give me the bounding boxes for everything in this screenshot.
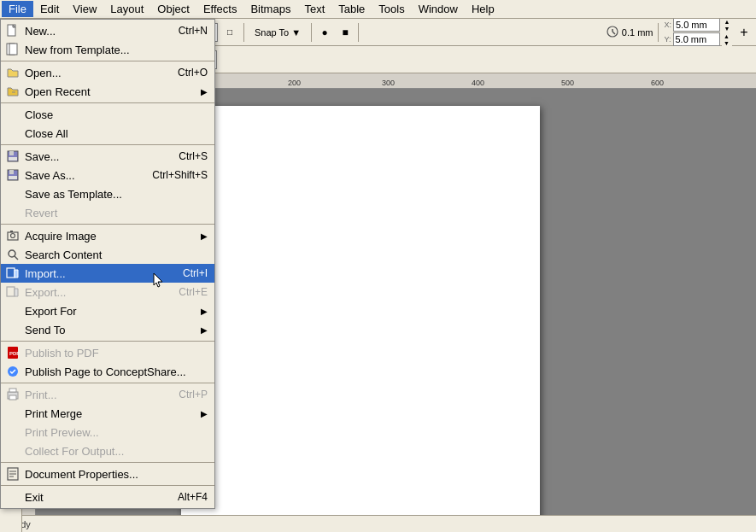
svg-rect-59 [7, 268, 15, 278]
svg-marker-62 [15, 289, 18, 296]
menu-item-save-as[interactable]: Save As... Ctrl+Shift+S [1, 166, 214, 184]
menu-text[interactable]: Text [297, 1, 331, 17]
offset-x-down[interactable]: ▼ [722, 25, 732, 32]
menu-item-revert: Revert [1, 203, 214, 222]
close-all-icon [4, 125, 21, 142]
separator-6 [358, 23, 359, 42]
menu-item-import[interactable]: Import... Ctrl+I [1, 264, 214, 283]
menu-item-open[interactable]: Open... Ctrl+O [1, 63, 214, 82]
menu-item-print-preview: Print Preview... [1, 423, 214, 441]
export-for-arrow: ▶ [201, 307, 208, 316]
menu-item-search-content[interactable]: Search Content [1, 245, 214, 264]
close-icon [4, 106, 21, 123]
sep-8 [1, 485, 214, 486]
menu-tools[interactable]: Tools [372, 1, 411, 17]
file-menu-dropdown: New... Ctrl+N New from Template... Open.… [0, 19, 215, 509]
menu-item-acquire[interactable]: Acquire Image ▶ [1, 226, 214, 245]
send-to-icon [4, 321, 21, 338]
exit-icon [4, 488, 21, 506]
menu-item-publish-pdf: PDF Publish to PDF [1, 343, 214, 362]
import-menu-icon [4, 265, 21, 282]
page-canvas [181, 106, 540, 515]
svg-point-57 [9, 250, 15, 257]
view-toggle-2[interactable]: ■ [336, 22, 355, 43]
sep-6 [1, 383, 214, 383]
menu-item-open-recent[interactable]: Open Recent ▶ [1, 82, 214, 101]
collect-output-icon [4, 442, 21, 459]
menu-item-doc-props[interactable]: Document Properties... [1, 465, 214, 483]
menu-item-send-to[interactable]: Send To ▶ [1, 320, 214, 339]
open-recent-arrow: ▶ [201, 87, 208, 96]
save-template-icon [4, 185, 21, 202]
offset-y-input[interactable] [673, 32, 720, 46]
sep-4 [1, 224, 214, 225]
menu-layout[interactable]: Layout [103, 1, 150, 17]
open-icon [4, 64, 21, 81]
sep-5 [1, 341, 214, 342]
separator-5 [311, 23, 312, 42]
status-bar: Ready [0, 515, 756, 532]
offset-y-up[interactable]: ▲ [722, 32, 732, 39]
export-for-icon [4, 302, 21, 319]
menu-item-publish-concept[interactable]: Publish Page to ConceptShare... [1, 362, 214, 381]
menu-item-export: Export... Ctrl+E [1, 283, 214, 301]
svg-point-55 [11, 234, 15, 238]
doc-props-icon [4, 465, 21, 482]
menu-item-save-template[interactable]: Save as Template... [1, 184, 214, 203]
svg-rect-46 [9, 44, 17, 55]
menu-item-save[interactable]: Save... Ctrl+S [1, 147, 214, 166]
menu-item-print-merge[interactable]: Print Merge ▶ [1, 404, 214, 423]
print-menu-icon [4, 386, 21, 403]
open-recent-icon [4, 83, 21, 100]
new-template-icon [4, 41, 21, 58]
send-to-arrow: ▶ [201, 325, 208, 335]
svg-line-7 [612, 32, 615, 34]
acquire-icon [4, 227, 21, 244]
svg-rect-53 [9, 176, 17, 179]
svg-line-58 [15, 256, 18, 260]
svg-rect-67 [9, 389, 16, 392]
svg-rect-49 [9, 151, 14, 155]
sep-3 [1, 144, 214, 145]
menu-item-new-template[interactable]: New from Template... [1, 40, 214, 59]
menu-help[interactable]: Help [465, 1, 501, 17]
export-menu-icon [4, 284, 21, 301]
svg-marker-60 [15, 270, 18, 278]
nudge-value: 0.1 mm [622, 27, 653, 38]
menu-item-collect-output: Collect For Output... [1, 441, 214, 460]
menu-object[interactable]: Object [150, 1, 196, 17]
offset-x-input[interactable] [673, 18, 720, 32]
publish-concept-icon [4, 363, 21, 380]
svg-rect-68 [9, 395, 16, 400]
view-toggle-1[interactable]: ● [315, 22, 334, 43]
offset-x-up[interactable]: ▲ [722, 18, 732, 25]
print-merge-icon [4, 405, 21, 422]
menu-effects[interactable]: Effects [196, 1, 244, 17]
add-btn[interactable]: + [735, 22, 753, 43]
save-as-icon [4, 167, 21, 184]
menu-table[interactable]: Table [331, 1, 372, 17]
menu-bitmaps[interactable]: Bitmaps [243, 1, 297, 17]
svg-rect-61 [7, 287, 15, 296]
menu-view[interactable]: View [66, 1, 103, 17]
menu-item-new[interactable]: New... Ctrl+N [1, 21, 214, 40]
menu-item-close[interactable]: Close [1, 105, 214, 124]
zoom-fit-icon[interactable]: □ [220, 22, 240, 43]
svg-rect-50 [9, 157, 17, 161]
menu-file[interactable]: File [2, 1, 33, 17]
save-icon [4, 148, 21, 165]
file-dropdown-menu: New... Ctrl+N New from Template... Open.… [0, 19, 215, 509]
menu-edit[interactable]: Edit [33, 1, 66, 17]
sep-1 [1, 61, 214, 61]
snap-to-btn[interactable]: Snap To ▼ [248, 22, 308, 43]
sep-7 [1, 462, 214, 463]
menu-item-export-for[interactable]: Export For ▶ [1, 301, 214, 320]
sep-2 [1, 102, 214, 103]
menu-item-print: Print... Ctrl+P [1, 385, 214, 404]
menu-item-exit[interactable]: Exit Alt+F4 [1, 488, 214, 506]
svg-text:PDF: PDF [9, 351, 20, 356]
menu-window[interactable]: Window [412, 1, 465, 17]
publish-pdf-menu-icon: PDF [4, 344, 21, 361]
menu-item-close-all[interactable]: Close All [1, 124, 214, 143]
offset-y-down[interactable]: ▼ [722, 39, 732, 46]
